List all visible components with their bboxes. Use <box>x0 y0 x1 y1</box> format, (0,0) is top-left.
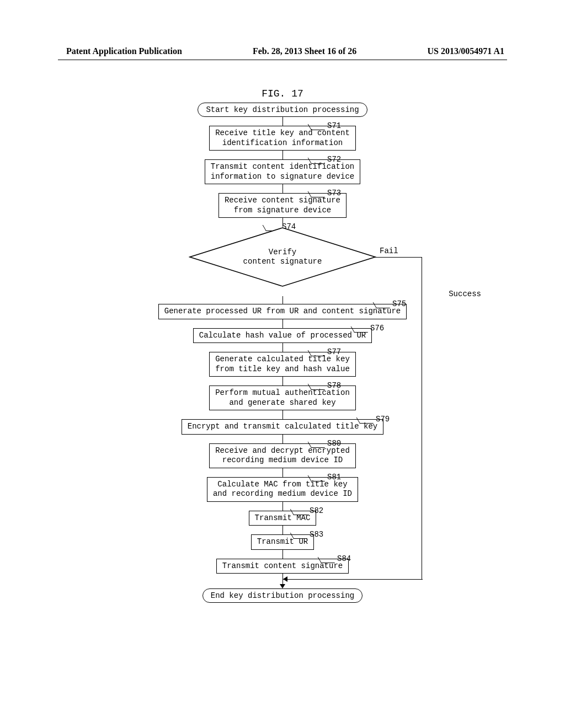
decision-text-s74: Verifycontent signature <box>243 248 322 266</box>
header-left: Patent Application Publication <box>66 46 182 56</box>
step-id-s81: S81 <box>311 473 341 481</box>
figure-label: FIG. 17 <box>0 88 565 99</box>
header-center: Feb. 28, 2013 Sheet 16 of 26 <box>253 46 356 56</box>
step-id-s77: S77 <box>311 347 341 356</box>
page-header: Patent Application Publication Feb. 28, … <box>0 46 565 56</box>
step-id-s76: S76 <box>354 324 384 333</box>
arrowhead-down-icon <box>280 584 285 588</box>
step-id-s84: S84 <box>321 554 351 563</box>
step-s79: Encrypt and transmit calculated title ke… <box>182 419 383 435</box>
step-id-s73: S73 <box>311 189 341 197</box>
step-id-s83: S83 <box>294 530 323 539</box>
step-id-s80: S80 <box>311 439 341 448</box>
terminator-start: Start key distribution processing <box>198 103 367 117</box>
header-rule <box>58 60 507 60</box>
step-id-s75: S75 <box>376 299 406 308</box>
step-id-s71: S71 <box>311 121 341 130</box>
flowchart: Start key distribution processing S71 Re… <box>0 103 565 603</box>
page: Patent Application Publication Feb. 28, … <box>0 0 565 728</box>
decision-s74: Verifycontent signature Fail <box>189 227 376 287</box>
step-id-s72: S72 <box>311 155 341 164</box>
decision-fail-label: Fail <box>380 247 398 255</box>
step-s75: Generate processed UR from UR and conten… <box>158 304 407 319</box>
step-id-s79: S79 <box>360 415 390 424</box>
step-id-s78: S78 <box>311 381 341 390</box>
header-right: US 2013/0054971 A1 <box>427 46 504 56</box>
step-s76: Calculate hash value of processed UR <box>193 328 372 344</box>
decision-success-label: Success <box>449 290 481 298</box>
terminator-end: End key distribution processing <box>202 588 363 603</box>
step-id-s82: S82 <box>294 506 323 515</box>
